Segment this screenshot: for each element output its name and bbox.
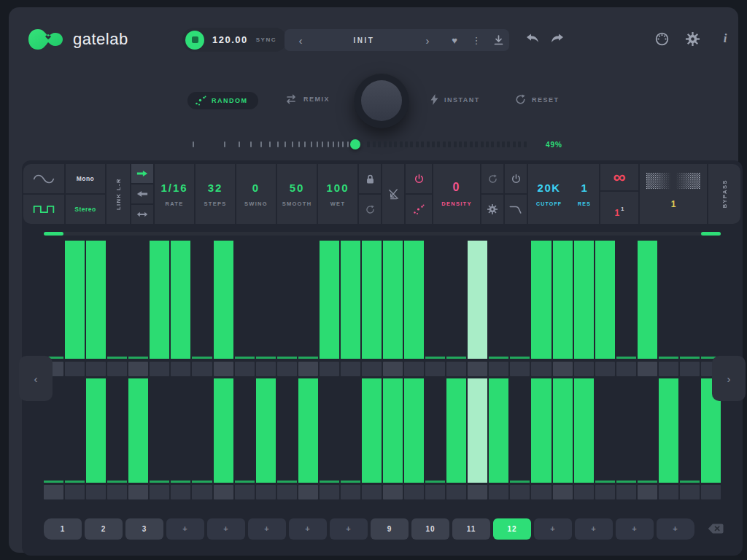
lock-button[interactable] — [359, 164, 381, 193]
step-19[interactable] — [425, 378, 445, 483]
loop-start-marker[interactable] — [44, 232, 63, 236]
step-11[interactable] — [256, 241, 276, 359]
step-22[interactable] — [489, 241, 508, 359]
step-24[interactable] — [531, 378, 551, 483]
filter-refresh-button[interactable] — [481, 164, 503, 193]
step-subcell[interactable] — [341, 362, 360, 376]
step-subcell[interactable] — [404, 362, 424, 376]
step-subcell[interactable] — [192, 485, 212, 499]
density-cell[interactable]: 0DENSITY — [433, 164, 480, 224]
step-13[interactable] — [298, 241, 318, 359]
pattern-slot-button-9[interactable]: 9 — [371, 518, 409, 540]
step-subcell[interactable] — [574, 485, 594, 499]
step-10[interactable] — [235, 241, 255, 359]
density-power-button[interactable] — [406, 164, 432, 193]
filter-settings-gear-button[interactable] — [481, 195, 503, 224]
step-14[interactable] — [320, 241, 339, 359]
step-subcell[interactable] — [150, 362, 169, 376]
step-subcell[interactable] — [298, 362, 318, 376]
step-subcell[interactable] — [362, 485, 382, 499]
step-subcell[interactable] — [65, 485, 85, 499]
slider-handle[interactable] — [350, 139, 360, 149]
step-subcell[interactable] — [701, 485, 721, 499]
step-subcell[interactable] — [425, 485, 445, 499]
density-random-dots-button[interactable] — [406, 195, 432, 224]
step-subcell[interactable] — [553, 485, 573, 499]
step-subcell[interactable] — [214, 485, 233, 499]
step-subcell[interactable] — [468, 362, 487, 376]
step-15[interactable] — [341, 241, 360, 359]
step-subcell[interactable] — [128, 362, 148, 376]
favorite-heart-icon[interactable]: ♥ — [444, 35, 465, 46]
step-14[interactable] — [320, 378, 339, 483]
step-12[interactable] — [277, 241, 297, 359]
save-download-icon[interactable] — [487, 35, 509, 45]
sync-toggle[interactable]: SYNC — [256, 36, 276, 43]
stop-button[interactable] — [185, 31, 204, 50]
step-6[interactable] — [150, 378, 169, 483]
step-4[interactable] — [107, 378, 127, 483]
step-20[interactable] — [446, 241, 466, 359]
instant-button[interactable]: INSTANT — [430, 94, 480, 105]
bypass-tab[interactable]: BYPASS — [708, 164, 740, 224]
step-31[interactable] — [680, 241, 700, 359]
step-subcell[interactable] — [510, 362, 530, 376]
loop-end-marker[interactable] — [701, 232, 721, 236]
steps-cell[interactable]: 32STEPS — [196, 164, 235, 224]
step-subcell[interactable] — [553, 362, 573, 376]
delete-pattern-backspace-icon[interactable] — [708, 524, 724, 534]
step-subcell[interactable] — [128, 485, 148, 499]
step-subcell[interactable] — [362, 362, 382, 376]
step-1[interactable] — [44, 241, 63, 359]
midi-icon[interactable] — [655, 32, 669, 46]
step-26[interactable] — [574, 241, 594, 359]
pattern-slot-button-1[interactable]: 1 — [44, 518, 82, 540]
step-subcell[interactable] — [595, 485, 615, 499]
step-subcell[interactable] — [616, 485, 636, 499]
add-pattern-button[interactable]: + — [575, 518, 613, 540]
step-11[interactable] — [256, 378, 276, 483]
step-subcell[interactable] — [659, 485, 678, 499]
step-31[interactable] — [680, 378, 700, 483]
step-subcell[interactable] — [638, 362, 657, 376]
bpm-value[interactable]: 120.00 — [212, 34, 248, 45]
step-4[interactable] — [107, 241, 127, 359]
step-25[interactable] — [553, 241, 573, 359]
step-subcell[interactable] — [531, 362, 551, 376]
step-subcell[interactable] — [659, 362, 678, 376]
step-27[interactable] — [595, 241, 615, 359]
step-subcell[interactable] — [446, 362, 466, 376]
step-subcell[interactable] — [383, 362, 403, 376]
step-25[interactable] — [553, 378, 573, 483]
step-10[interactable] — [235, 378, 255, 483]
add-pattern-button[interactable]: + — [616, 518, 654, 540]
gate-length-slider[interactable] — [193, 139, 525, 150]
filter-power-button[interactable] — [505, 164, 527, 193]
page-prev-tab[interactable]: ‹ — [19, 356, 53, 401]
step-21[interactable] — [468, 378, 487, 483]
step-subcell[interactable] — [44, 485, 63, 499]
step-12[interactable] — [277, 378, 297, 483]
step-subcell[interactable] — [256, 362, 276, 376]
step-2[interactable] — [65, 378, 85, 483]
step-24[interactable] — [531, 241, 551, 359]
step-subcell[interactable] — [86, 362, 106, 376]
step-subcell[interactable] — [214, 362, 233, 376]
step-9[interactable] — [214, 378, 233, 483]
step-subcell[interactable] — [680, 485, 700, 499]
step-subcell[interactable] — [171, 485, 190, 499]
step-subcell[interactable] — [446, 485, 466, 499]
step-subcell[interactable] — [65, 362, 85, 376]
info-icon[interactable]: i — [718, 31, 732, 46]
step-5[interactable] — [128, 241, 148, 359]
repeat-count[interactable]: 11 — [600, 192, 638, 224]
pattern-slot-button-2[interactable]: 2 — [85, 518, 123, 540]
step-28[interactable] — [616, 378, 636, 483]
cutoff-res-cell[interactable]: 20K CUTOFF 1 RES — [528, 164, 599, 224]
step-13[interactable] — [298, 378, 318, 483]
step-20[interactable] — [446, 378, 466, 483]
main-knob[interactable] — [354, 73, 409, 128]
undo-icon[interactable] — [526, 34, 539, 43]
step-2[interactable] — [65, 241, 85, 359]
step-32[interactable] — [701, 241, 721, 359]
